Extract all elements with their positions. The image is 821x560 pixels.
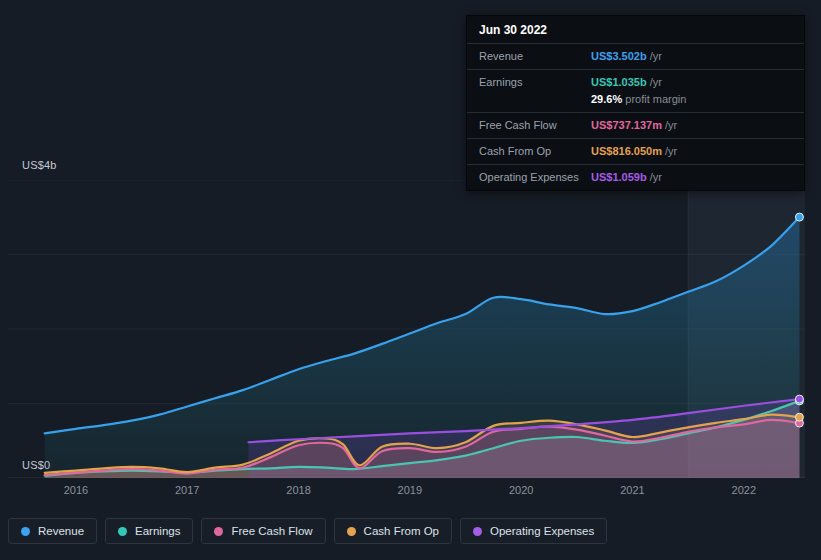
tooltip-row-label: Revenue <box>479 48 591 65</box>
tooltip-row-label: Earnings <box>479 74 591 108</box>
tooltip-panel: Jun 30 2022 RevenueUS$3.502b /yrEarnings… <box>466 15 805 191</box>
legend-item-earnings[interactable]: Earnings <box>105 518 193 544</box>
tooltip-row-revenue: RevenueUS$3.502b /yr <box>467 44 804 70</box>
tooltip-row-value: US$816.050m /yr <box>591 143 677 160</box>
x-tick-2018: 2018 <box>286 484 310 496</box>
x-tick-2022: 2022 <box>732 484 756 496</box>
x-tick-2017: 2017 <box>175 484 199 496</box>
y-axis-label-top: US$4b <box>22 159 57 171</box>
legend-dot-operating-expenses <box>473 527 482 536</box>
tooltip-row-value: US$1.059b /yr <box>591 169 662 186</box>
legend-dot-cash-from-op <box>347 527 356 536</box>
legend-label-cash-from-op: Cash From Op <box>364 525 439 537</box>
legend-label-operating-expenses: Operating Expenses <box>490 525 594 537</box>
tooltip-row-label: Cash From Op <box>479 143 591 160</box>
tooltip-row-label: Operating Expenses <box>479 169 591 186</box>
tooltip-row-free-cash-flow: Free Cash FlowUS$737.137m /yr <box>467 113 804 139</box>
chart-page: US$4b US$0 2016201720182019202020212022 … <box>0 0 821 560</box>
legend: RevenueEarningsFree Cash FlowCash From O… <box>8 518 607 544</box>
tooltip-row-label: Free Cash Flow <box>479 117 591 134</box>
legend-item-revenue[interactable]: Revenue <box>8 518 97 544</box>
tooltip-row-earnings: EarningsUS$1.035b /yr29.6% profit margin <box>467 70 804 113</box>
x-tick-2019: 2019 <box>398 484 422 496</box>
profit-margin-value: 29.6% <box>591 93 622 105</box>
legend-label-free-cash-flow: Free Cash Flow <box>231 525 312 537</box>
tooltip-date: Jun 30 2022 <box>467 16 804 44</box>
tooltip-rows: RevenueUS$3.502b /yrEarningsUS$1.035b /y… <box>467 44 804 190</box>
chart-canvas[interactable] <box>8 180 805 478</box>
tooltip-row-operating-expenses: Operating ExpensesUS$1.059b /yr <box>467 165 804 190</box>
legend-item-operating-expenses[interactable]: Operating Expenses <box>460 518 607 544</box>
tooltip-row-cash-from-op: Cash From OpUS$816.050m /yr <box>467 139 804 165</box>
x-tick-2021: 2021 <box>620 484 644 496</box>
legend-dot-revenue <box>21 527 30 536</box>
legend-label-revenue: Revenue <box>38 525 84 537</box>
legend-dot-free-cash-flow <box>214 527 223 536</box>
legend-item-free-cash-flow[interactable]: Free Cash Flow <box>201 518 325 544</box>
legend-label-earnings: Earnings <box>135 525 180 537</box>
x-tick-2020: 2020 <box>509 484 533 496</box>
tooltip-row-value: US$737.137m /yr <box>591 117 677 134</box>
tooltip-row-value: US$1.035b /yr29.6% profit margin <box>591 74 686 108</box>
x-tick-2016: 2016 <box>64 484 88 496</box>
legend-dot-earnings <box>118 527 127 536</box>
legend-item-cash-from-op[interactable]: Cash From Op <box>334 518 452 544</box>
tooltip-row-value: US$3.502b /yr <box>591 48 662 65</box>
